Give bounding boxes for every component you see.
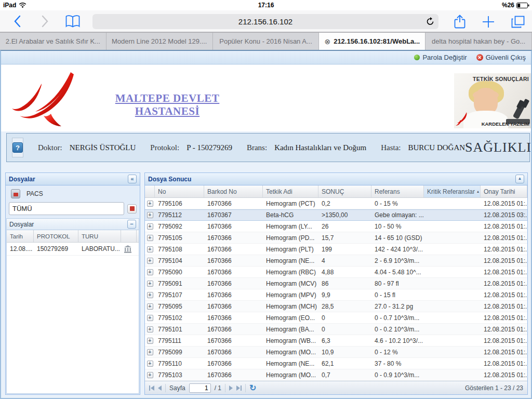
row-expand-button[interactable]: + <box>145 312 155 323</box>
tab-overview-icon[interactable] <box>511 16 525 28</box>
filter-value: TÜMÜ <box>12 205 32 212</box>
column-header[interactable]: SONUÇ <box>318 185 371 197</box>
filter-clear-button[interactable] <box>127 204 137 214</box>
tab-label: Popüler Konu - 2016 Nisan A... <box>219 37 312 45</box>
row-expand-button[interactable]: + <box>145 324 155 335</box>
cell: 7795090 <box>155 267 204 277</box>
table-row[interactable]: +77951031670366Hemogram (MO...0,70 - 0.9… <box>145 369 527 381</box>
table-row[interactable]: +77950991670366Hemogram (MO...10,90 - 12… <box>145 347 527 358</box>
collapse-minus-button[interactable]: − <box>127 220 136 229</box>
row-expand-button[interactable]: + <box>145 210 155 220</box>
row-expand-button[interactable]: + <box>145 244 155 255</box>
cell: 7795092 <box>155 221 204 232</box>
last-page-button[interactable] <box>236 385 242 391</box>
cell: 4.04 - 5.48 10^... <box>371 267 424 277</box>
table-row[interactable]: +77950921670366Hemogram (LY...2610 - 50 … <box>145 221 527 232</box>
row-expand-button[interactable]: + <box>145 267 155 277</box>
column-header[interactable]: Tarih <box>7 230 34 242</box>
plus-icon: + <box>147 315 153 321</box>
column-header[interactable]: TURU <box>78 230 121 242</box>
cell: 37 - 80 % <box>371 358 424 369</box>
cell: 4 <box>318 255 371 266</box>
row-expand-button[interactable]: + <box>145 347 155 357</box>
filter-combobox[interactable]: TÜMÜ <box>9 202 124 215</box>
column-header[interactable]: Onay Tarihi <box>481 185 527 197</box>
row-expand-button[interactable]: + <box>145 301 155 312</box>
help-button[interactable]: ? <box>12 138 23 157</box>
page-number-input[interactable] <box>189 383 211 393</box>
refresh-icon[interactable]: ↻ <box>249 384 256 392</box>
table-row[interactable]: +77951041670366Hemogram (NE...42 - 6.9 1… <box>145 255 527 267</box>
prev-page-button[interactable] <box>158 385 162 391</box>
cell: 12.08.2015 01:... <box>481 255 527 266</box>
bookmarks-icon[interactable] <box>63 15 82 28</box>
tab-close-icon[interactable]: ⊗ <box>324 37 330 46</box>
column-header[interactable]: Barkod No <box>204 185 263 197</box>
logout-button[interactable]: ✕ Güvenli Çıkış <box>476 54 526 61</box>
cell: 12.08.2015 01:... <box>481 221 527 232</box>
row-expand-button[interactable]: + <box>145 198 155 209</box>
row-expand-button[interactable]: + <box>145 358 155 369</box>
pacs-item[interactable]: PACS <box>6 185 140 202</box>
row-expand-button[interactable]: + <box>145 335 155 346</box>
table-row[interactable]: +77951071670366Hemogram (MPV)9,90 - 15 f… <box>145 289 527 301</box>
change-password-button[interactable]: Parola Değiştir <box>414 54 467 61</box>
table-row[interactable]: +77950911670366Hemogram (MCV)8680 - 97 f… <box>145 278 527 289</box>
row-expand-button[interactable]: + <box>145 255 155 266</box>
cell <box>424 221 481 232</box>
browser-tab[interactable]: Modern Line 2012 Model 129.... <box>107 33 213 50</box>
table-row[interactable]: +77951111670366Hemogram (WB...6,34.6 - 1… <box>145 335 527 347</box>
row-expand-button[interactable]: + <box>145 369 155 380</box>
pager-summary: Gösterilen 1 - 23 / 23 <box>465 384 523 392</box>
cell: 12.08.2015 01:... <box>481 267 527 277</box>
first-page-button[interactable] <box>149 385 154 391</box>
column-header[interactable]: Referans <box>371 185 424 197</box>
files-subpanel-header: Dosyalar − <box>7 219 139 230</box>
table-row[interactable]: +77950951670366Hemogram (MCH)28,527.0 - … <box>145 301 527 312</box>
browser-tab[interactable]: ⊗212.156.16.102:81/WebLa... <box>319 33 425 50</box>
banner-image: TETKİK SONUÇLARI KARDELEN YAZILIM <box>454 73 531 128</box>
row-expand-button[interactable]: + <box>145 278 155 289</box>
share-icon[interactable] <box>454 15 466 29</box>
table-row[interactable]: +77951021670366Hemogram (EO...00 - 0.7 1… <box>145 312 527 324</box>
collapse-up-button[interactable]: ▲ <box>515 175 524 183</box>
table-row[interactable]: +77951051670366Hemogram (PD...15,714 - 6… <box>145 232 527 244</box>
column-header[interactable]: No <box>155 185 204 197</box>
cell <box>424 301 481 312</box>
row-expand-button[interactable]: + <box>145 289 155 300</box>
page-total: / 1 <box>215 384 221 392</box>
hospital-name: MALTEPE DEVLET HASTANESİ <box>84 92 250 118</box>
protocol-label: Protokol: <box>150 143 179 152</box>
plus-icon: + <box>147 235 153 241</box>
row-expand-button[interactable]: + <box>145 232 155 243</box>
column-header[interactable]: Kritik Referanslar▴ <box>424 185 481 197</box>
doctor-value: NERGİS ÜSTOĞLU <box>70 143 136 152</box>
browser-tab[interactable]: delta hospital hakan bey - Go... <box>425 33 532 50</box>
collapse-left-button[interactable]: « <box>128 175 137 183</box>
list-item[interactable]: 12.08....150279269LABORATU... <box>7 243 139 256</box>
column-header[interactable]: Tetkik Adi <box>263 185 318 197</box>
table-row[interactable]: +77951101670366Hemogram (NE...62,137 - 8… <box>145 358 527 369</box>
cell: 1670366 <box>204 369 263 380</box>
reload-icon[interactable] <box>426 17 434 26</box>
table-row[interactable]: +77951061670366Hemogram (PCT)0,20 - 15 %… <box>145 198 527 209</box>
new-tab-icon[interactable] <box>482 16 495 28</box>
column-header-expand <box>145 185 155 197</box>
building-icon <box>121 243 137 255</box>
row-expand-button[interactable]: + <box>145 221 155 232</box>
address-bar[interactable]: 212.156.16.102 <box>92 14 438 29</box>
table-row[interactable]: +77951011670366Hemogram (BA...00 - 0.2 1… <box>145 324 527 335</box>
table-row[interactable]: +77951121670367Beta-hCG>1350,00Gebe olma… <box>145 209 527 221</box>
browser-tab[interactable]: 2.El Arabalar ve Satılık Sıfır K... <box>0 33 107 50</box>
forward-button[interactable] <box>37 15 53 28</box>
cell: 7795107 <box>155 289 204 300</box>
cell <box>424 267 481 277</box>
column-header[interactable]: PROTOKOL <box>34 230 78 242</box>
browser-tab[interactable]: Popüler Konu - 2016 Nisan A... <box>213 33 320 50</box>
table-row[interactable]: +77951081670366Hemogram (PLT)199142 - 42… <box>145 244 527 255</box>
table-row[interactable]: +77950901670366Hemogram (RBC)4,884.04 - … <box>145 267 527 278</box>
cell <box>424 289 481 300</box>
next-page-button[interactable] <box>229 385 233 391</box>
back-button[interactable] <box>9 15 25 28</box>
cell: 0 <box>318 324 371 335</box>
